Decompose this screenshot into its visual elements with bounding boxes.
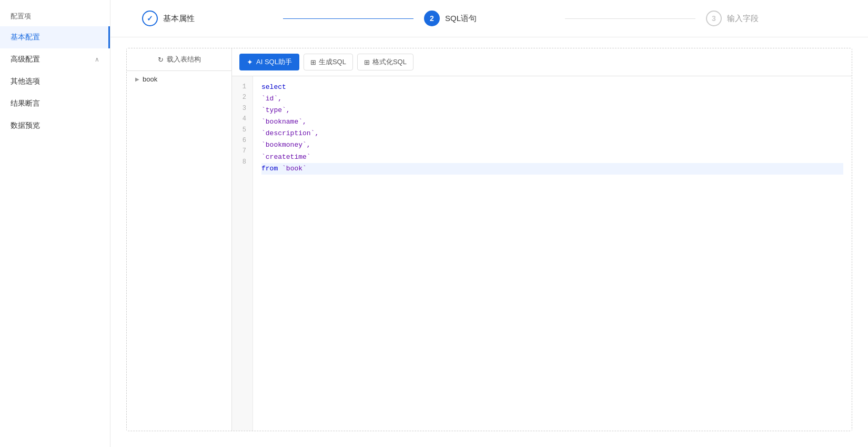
sql-select-keyword: select [261,82,286,93]
step-input-fields: 3 输入字段 [706,11,836,26]
generate-sql-button[interactable]: ⊞ 生成SQL [304,54,353,70]
sidebar: 配置项 基本配置 高级配置 ∧ 其他选项 结果断言 数据预览 [0,0,110,447]
format-sql-button[interactable]: ⊞ 格式化SQL [357,54,413,70]
step-sql-sentence: 2 SQL语句 [424,11,554,26]
ai-sql-label: AI SQL助手 [256,57,292,67]
step1-label: 基本属性 [163,14,195,24]
sql-field-id: `id`, [261,93,282,105]
sidebar-item-other-options[interactable]: 其他选项 [0,70,110,93]
table-structure-panel: ↻ 载入表结构 ▶ book [127,48,232,431]
sql-from-keyword: from [261,163,278,175]
generate-sql-icon: ⊞ [310,58,316,66]
step3-label: 输入字段 [727,14,759,24]
code-content[interactable]: select `id`, `type`, `bookname`, [253,76,852,431]
code-line-7: `createtime` [261,151,843,163]
step-line-1 [283,18,413,19]
sql-editor-panel: ✦ AI SQL助手 ⊞ 生成SQL ⊞ 格式化SQL [232,48,852,431]
step1-circle: ✓ [142,11,158,26]
sidebar-item-advanced-config[interactable]: 高级配置 ∧ [0,48,110,70]
code-line-3: `type`, [261,105,843,116]
sql-field-bookmoney: `bookmoney`, [261,139,311,151]
code-line-4: `bookname`, [261,116,843,128]
step2-label: SQL语句 [445,14,477,24]
format-sql-icon: ⊞ [364,58,370,66]
ai-sql-button[interactable]: ✦ AI SQL助手 [239,54,299,70]
sql-field-bookname: `bookname`, [261,116,307,128]
step2-circle: 2 [424,11,440,26]
code-line-5: `description`, [261,128,843,139]
step3-circle: 3 [706,11,722,26]
format-sql-label: 格式化SQL [372,57,407,67]
main-content: ✓ 基本属性 2 SQL语句 3 输入字段 ↻ [110,0,868,447]
tree-arrow-icon: ▶ [135,76,139,82]
content-area: ↻ 载入表结构 ▶ book ✦ AI SQL助手 [110,37,868,447]
ai-icon: ✦ [247,58,253,66]
sql-table-book: `book` [282,163,307,175]
generate-sql-label: 生成SQL [319,57,346,67]
refresh-icon: ↻ [158,56,164,64]
sidebar-item-result-assertion-label: 结果断言 [11,99,40,108]
code-line-6: `bookmoney`, [261,139,843,151]
code-editor[interactable]: 1 2 3 4 5 6 7 8 select [232,76,852,431]
sql-field-type: `type`, [261,105,290,116]
main-panel: ↻ 载入表结构 ▶ book ✦ AI SQL助手 [126,48,852,431]
sidebar-item-result-assertion[interactable]: 结果断言 [0,93,110,115]
steps-header: ✓ 基本属性 2 SQL语句 3 输入字段 [110,0,868,37]
sidebar-item-data-preview[interactable]: 数据预览 [0,115,110,137]
code-line-8: from `book` [261,163,843,175]
sidebar-title: 配置项 [0,5,110,26]
step-line-2 [565,18,695,19]
editor-toolbar: ✦ AI SQL助手 ⊞ 生成SQL ⊞ 格式化SQL [232,48,852,76]
sql-space [278,163,282,175]
app-container: 配置项 基本配置 高级配置 ∧ 其他选项 结果断言 数据预览 ✓ 基本属性 [0,0,868,447]
code-line-1: select [261,82,843,93]
tree-item-book[interactable]: ▶ book [127,71,231,87]
tree-item-book-label: book [143,75,157,83]
load-structure-label: 载入表结构 [167,55,201,64]
code-line-2: `id`, [261,93,843,105]
sidebar-item-advanced-config-label: 高级配置 [11,55,40,64]
sidebar-item-data-preview-label: 数据预览 [11,121,40,130]
sidebar-item-basic-config[interactable]: 基本配置 [0,26,110,48]
line-numbers: 1 2 3 4 5 6 7 8 [232,76,253,431]
sidebar-item-basic-config-label: 基本配置 [11,33,40,42]
load-structure-button[interactable]: ↻ 载入表结构 [127,48,231,71]
sql-field-description: `description`, [261,128,319,139]
sidebar-item-other-options-label: 其他选项 [11,77,40,86]
sql-field-createtime: `createtime` [261,151,311,163]
step-basic-props: ✓ 基本属性 [142,11,272,26]
chevron-up-icon: ∧ [95,56,99,63]
